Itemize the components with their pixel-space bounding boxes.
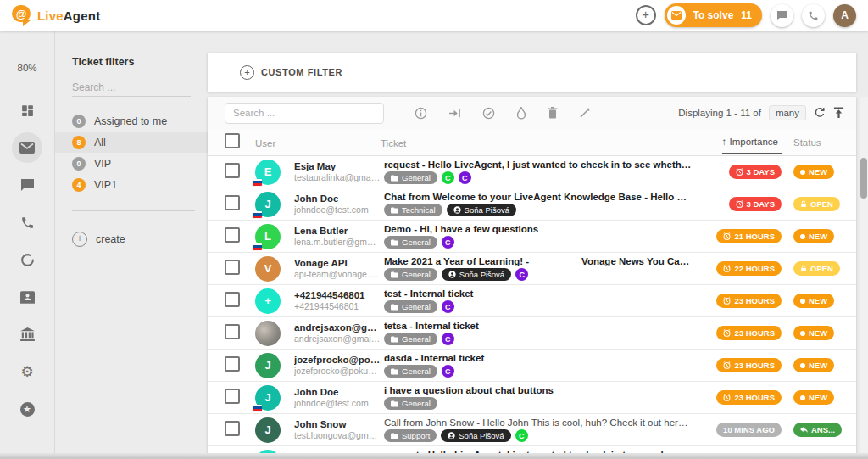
- table-row[interactable]: L Lena Butler lena.m.butler@gmail.... De…: [208, 221, 856, 253]
- filter-label: Assigned to me: [94, 115, 167, 127]
- department-tag[interactable]: Technical: [384, 204, 442, 216]
- add-new-button[interactable]: +: [636, 5, 656, 25]
- department-tag[interactable]: Support: [384, 429, 437, 442]
- importance-badge: 3 DAYS: [729, 197, 782, 211]
- liveagent-logo[interactable]: @ LiveAgent: [12, 5, 100, 25]
- filters-list: 0Assigned to me8All0VIP4VIP1: [72, 110, 208, 195]
- create-filter-button[interactable]: + create: [72, 232, 208, 247]
- column-status[interactable]: Status: [793, 137, 821, 148]
- importance-badge: 21 HOURS: [716, 229, 782, 243]
- scroll-to-top-icon[interactable]: [833, 107, 844, 119]
- to-solve-button[interactable]: To solve 11: [665, 3, 762, 27]
- row-checkbox[interactable]: [225, 324, 240, 339]
- chats-button[interactable]: [771, 4, 793, 27]
- filter-item-assigned-to-me[interactable]: 0Assigned to me: [55, 110, 208, 132]
- ticket-subject[interactable]: request - Hello LiveAgent, I just wanted…: [384, 160, 692, 170]
- trash-icon[interactable]: [548, 107, 558, 119]
- refresh-icon[interactable]: [814, 107, 826, 119]
- department-tag[interactable]: General: [384, 268, 437, 281]
- department-tag[interactable]: General: [384, 365, 437, 378]
- agent-tag[interactable]: Soňa Pišová: [442, 268, 511, 281]
- ticket-subject[interactable]: dasda - Internal ticket: [384, 353, 692, 363]
- tag-circle[interactable]: C: [515, 429, 528, 442]
- tag-circle[interactable]: C: [442, 333, 454, 345]
- sidebar-item-settings[interactable]: ⚙: [12, 356, 42, 387]
- table-row[interactable]: J John Snow test.luongova@gmail.... Call…: [208, 414, 856, 446]
- row-checkbox[interactable]: [225, 292, 240, 307]
- ticket-subject[interactable]: i have a question about chat buttons: [384, 385, 692, 395]
- ticket-tags: GeneralC: [384, 300, 692, 313]
- department-tag[interactable]: General: [384, 333, 437, 345]
- user-avatar: J: [255, 353, 281, 378]
- column-importance[interactable]: ↑ Importance: [722, 131, 782, 154]
- sidebar-item-getting-started[interactable]: ★: [12, 394, 42, 424]
- filters-search-input[interactable]: [72, 79, 191, 97]
- transfer-icon[interactable]: [448, 108, 461, 119]
- user-email: lena.m.butler@gmail....: [294, 237, 381, 247]
- custom-filter-label: CUSTOM FILTER: [261, 67, 342, 77]
- row-checkbox[interactable]: [225, 356, 240, 372]
- flame-icon[interactable]: [516, 107, 526, 120]
- table-row[interactable]: + +421944546801 +421944546801 test - Int…: [208, 285, 856, 317]
- ticket-subject[interactable]: Make 2021 a Year of Learning! -Vonage Ne…: [384, 256, 692, 266]
- tag-circle[interactable]: C: [442, 171, 454, 184]
- table-row[interactable]: V Vonage API api-team@vonage.com Make 20…: [208, 253, 856, 285]
- ticket-subject[interactable]: tetsa - Internal ticket: [384, 321, 692, 331]
- filter-item-vip[interactable]: 0VIP: [55, 153, 208, 174]
- agent-tag[interactable]: Soňa Pišová: [447, 204, 516, 216]
- table-row[interactable]: E Esja May testauralinka@gmail.c... requ…: [208, 156, 856, 188]
- row-checkbox[interactable]: [225, 195, 240, 210]
- tag-circle[interactable]: C: [442, 236, 454, 249]
- row-checkbox[interactable]: [225, 260, 240, 275]
- sidebar-item-chats[interactable]: [12, 170, 42, 200]
- row-checkbox[interactable]: [225, 163, 240, 178]
- resolve-check-icon[interactable]: [482, 107, 495, 120]
- sidebar-item-tickets[interactable]: [12, 132, 42, 163]
- table-row[interactable]: J jozefprocko@pokusa.... jozefprocko@pok…: [208, 350, 856, 382]
- user-name: Vonage API: [294, 258, 381, 268]
- ticket-subject[interactable]: test - Internal ticket: [384, 288, 692, 299]
- department-tag[interactable]: General: [384, 397, 437, 410]
- displaying-label: Displaying 1 - 11 of: [678, 108, 761, 118]
- user-avatar-button[interactable]: A: [833, 4, 856, 27]
- wand-icon[interactable]: [579, 107, 591, 119]
- importance-badge: 23 HOURS: [716, 358, 782, 372]
- row-checkbox[interactable]: [225, 421, 240, 436]
- table-row[interactable]: J John Doe johndoe@test.com i have a que…: [208, 382, 856, 414]
- sidebar-item-company[interactable]: [12, 319, 42, 350]
- page-size-selector[interactable]: many: [769, 105, 806, 120]
- tag-circle[interactable]: C: [515, 268, 528, 281]
- ticket-search-input[interactable]: [225, 103, 384, 124]
- sidebar-item-online-visitors[interactable]: [12, 244, 42, 275]
- ticket-subject[interactable]: Demo - Hi, I have a few questions: [384, 224, 692, 234]
- ticket-tags: GeneralSoňa PišováC: [384, 268, 692, 281]
- resolve-time-icon[interactable]: [415, 107, 427, 120]
- table-row[interactable]: J John Doe johndoe@test.com Chat from We…: [208, 188, 856, 221]
- sidebar-item-dashboard[interactable]: [12, 95, 42, 126]
- select-all-checkbox[interactable]: [225, 133, 240, 148]
- ticket-subject[interactable]: Call from John Snow - Hello John This is…: [384, 417, 692, 428]
- row-checkbox[interactable]: [225, 227, 240, 243]
- department-tag[interactable]: General: [384, 300, 437, 313]
- ticket-subject[interactable]: Chat from Welcome to your LiveAgent Know…: [384, 192, 692, 202]
- tag-circle[interactable]: C: [459, 171, 471, 184]
- filter-item-vip1[interactable]: 4VIP1: [55, 174, 208, 195]
- department-tag[interactable]: General: [384, 236, 437, 249]
- scrollbar-thumb[interactable]: [860, 158, 867, 199]
- sidebar-item-calls[interactable]: [12, 207, 42, 238]
- ring-icon: [20, 253, 35, 267]
- agent-tag[interactable]: Soňa Pišová: [441, 429, 510, 442]
- filter-item-all[interactable]: 8All: [55, 132, 208, 153]
- custom-filter-button[interactable]: + CUSTOM FILTER: [240, 65, 342, 80]
- department-tag[interactable]: General: [384, 171, 437, 184]
- calls-button[interactable]: [802, 4, 825, 27]
- tag-circle[interactable]: C: [442, 300, 454, 313]
- table-row[interactable]: andrejsaxon@gmail.c... andrejsaxon@gmail…: [208, 317, 856, 350]
- vertical-scrollbar[interactable]: [860, 97, 868, 453]
- sidebar-item-contacts[interactable]: [12, 282, 42, 312]
- row-checkbox[interactable]: [225, 389, 240, 404]
- horizontal-scrollbar[interactable]: [0, 453, 868, 459]
- tag-circle[interactable]: C: [442, 365, 454, 378]
- ticket-tags: GeneralCC: [384, 171, 692, 184]
- avatar-letter: A: [841, 9, 849, 21]
